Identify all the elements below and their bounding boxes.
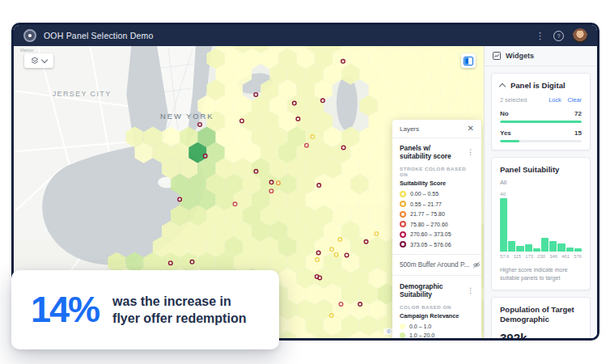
panel-marker[interactable] [203,154,207,158]
panel-marker[interactable] [334,252,338,256]
titlebar-actions: ⋮ ? [536,28,587,43]
x-tick-label: 346 [549,254,557,259]
layers-icon [31,57,39,65]
eye-off-icon[interactable] [472,261,481,269]
widget-footnote: Higher score indicate more suitable pane… [500,266,582,282]
panel-marker[interactable] [169,261,173,265]
app-logo-icon [23,29,36,42]
panel-marker[interactable] [330,248,334,252]
widgets-sidebar: Widgets Panel is Digital 2 selected Lock [484,46,597,338]
panel-marker[interactable] [316,258,320,262]
widget-cards: Panel is Digital 2 selected Lock Clear N… [485,66,597,338]
stat-text: was the increase in flyer offer redempti… [112,293,260,327]
legend-heading: COLOR BASED ON [400,304,474,310]
panel-marker[interactable] [358,303,362,307]
legend-field: Campaign Relevance [400,312,474,320]
screenshot-canvas: OOH Panel Selection Demo ⋮ ? [0,0,610,364]
panel-marker[interactable] [375,232,379,236]
panel-marker[interactable] [311,135,315,139]
stat-callout-card: 14% was the increase in flyer offer rede… [11,270,279,349]
histogram-bar[interactable] [516,246,523,252]
panel-marker[interactable] [338,238,342,242]
suitability-histogram [500,198,582,252]
panel-marker[interactable] [305,143,309,147]
panel-marker[interactable] [190,260,194,265]
legend-item: 270.60 – 373.05 [400,231,474,238]
panel-marker[interactable] [277,181,281,185]
histogram-bar[interactable] [549,241,557,252]
panel-marker[interactable] [341,60,345,64]
panel-marker[interactable] [178,197,182,201]
category-value: 15 [574,129,582,137]
panel-marker[interactable] [293,101,297,105]
histogram-bar[interactable] [525,244,532,251]
x-tick-label: 230 [537,254,545,259]
histogram-bar[interactable] [541,238,549,252]
widget-title: Panel is Digital [510,81,566,91]
panel-marker[interactable] [345,253,349,257]
panel-marker[interactable] [339,303,343,307]
category-bar-track [500,121,582,123]
panel-marker[interactable] [329,314,333,318]
legend-field: Suitability Score [400,180,474,187]
x-tick-label: 576 [574,254,582,259]
kebab-menu-icon[interactable]: ⋮ [467,287,474,294]
histogram-bar[interactable] [557,243,565,252]
legend-label: 0.0 – 1.0 [409,324,431,329]
x-tick-label: 461 [561,254,570,259]
clear-link[interactable]: Clear [568,96,582,104]
legend-label: 1.0 – 20.0 [409,332,434,338]
panel-marker[interactable] [318,276,322,280]
legend-ring-icon [400,221,406,227]
histogram-bar[interactable] [533,248,540,251]
layers-panel-body: Panels w/ suitability score ⋮ STROKE COL… [392,138,481,338]
category-row[interactable]: Yes15 [500,129,582,142]
basemap-selector-button[interactable] [24,53,53,68]
lock-link[interactable]: Lock [549,96,561,104]
legend-ring-icon [400,241,406,248]
panel-marker[interactable] [364,239,368,243]
legend-label: 75.80 – 270.60 [410,222,448,227]
legend-ring-icon [400,201,406,207]
panel-marker[interactable] [240,119,244,123]
chevron-up-icon[interactable] [499,83,506,90]
panel-marker[interactable] [254,93,258,97]
panel-marker[interactable] [341,146,345,150]
panel-marker[interactable] [198,123,202,127]
layer-name-demographic: Demographic Suitability [400,282,464,298]
histogram-bar[interactable] [508,241,515,252]
panel-marker[interactable] [321,99,325,103]
legend-label: 270.60 – 373.05 [410,231,451,237]
kebab-menu-icon[interactable]: ⋮ [536,32,544,40]
user-avatar[interactable] [573,28,587,43]
histogram-bar[interactable] [574,248,582,251]
panel-toggle-icon [464,57,473,66]
map-label-jersey-city: JERSEY CITY [53,90,112,98]
category-row[interactable]: No72 [500,110,582,123]
filter-state: All [500,179,582,186]
help-icon[interactable]: ? [553,31,564,41]
kebab-menu-icon[interactable]: ⋮ [467,149,474,156]
close-icon[interactable]: ✕ [468,125,474,133]
panel-marker[interactable] [254,170,258,174]
panel-marker[interactable] [316,251,320,255]
panel-marker[interactable] [233,202,237,206]
widgets-header-label: Widgets [506,52,534,60]
histogram-bar[interactable] [500,198,507,252]
panel-marker[interactable] [317,184,321,188]
panel-marker[interactable] [269,189,273,193]
widget-title: Population of Target Demographic [500,305,582,325]
legend-label: 0.55 – 21.77 [410,201,442,207]
selected-count: 2 selected [500,96,527,104]
panel-marker[interactable] [269,180,273,184]
category-label: Yes [500,129,511,137]
histogram-bar[interactable] [566,248,574,252]
legend-ring-icon [400,231,406,238]
panel-toggle-button[interactable] [461,53,476,68]
legend-item: 21.77 – 75.80 [400,211,474,218]
category-value: 72 [574,110,582,117]
panel-marker[interactable] [296,117,300,121]
app-title: OOH Panel Selection Demo [44,31,154,40]
layers-panel-title: Layers [400,125,419,133]
campaign-relevance-legend: 0.0 – 1.01.0 – 20.020.0 – 40.040.0 – 60.… [400,324,474,339]
